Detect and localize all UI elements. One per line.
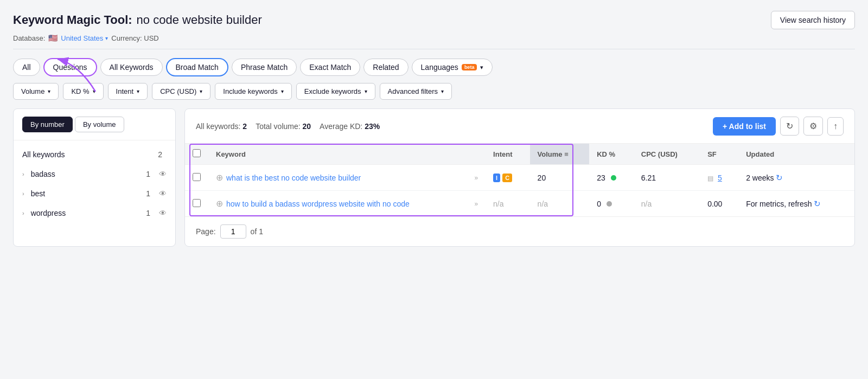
sidebar-item-best[interactable]: › best 1 👁: [14, 184, 175, 203]
filter-exclude-label: Exclude keywords: [304, 87, 361, 95]
arrow-right-icon: »: [474, 174, 478, 182]
kd-dot-gray: [607, 201, 612, 207]
sidebar-controls: By number By volume: [14, 109, 175, 140]
sidebar-best-count: 1: [146, 189, 150, 198]
row-checkbox-cell: [185, 191, 208, 217]
avg-kd-stat: Average KD: 23%: [320, 122, 380, 131]
row-2-checkbox[interactable]: [193, 199, 201, 207]
col-checkbox: [185, 144, 208, 165]
row-1-checkbox[interactable]: [193, 173, 201, 181]
page-label: Page:: [196, 227, 216, 236]
col-keyword: Keyword: [208, 144, 486, 165]
page-title-tool: Keyword Magic Tool:: [13, 13, 132, 27]
filter-volume-label: Volume: [21, 87, 44, 95]
row-1-sf: ▤ 5: [700, 165, 738, 191]
filter-volume[interactable]: Volume ▾: [13, 83, 59, 100]
select-all-checkbox[interactable]: [193, 149, 201, 157]
tabs-row: All Questions All Keywords Broad Match P…: [13, 58, 855, 76]
chevron-down-icon: ▾: [441, 88, 444, 94]
tab-related[interactable]: Related: [363, 59, 408, 76]
chevron-right-icon: ›: [22, 171, 24, 177]
page-input[interactable]: [220, 224, 246, 239]
sidebar-all-keywords-label: All keywords: [22, 150, 154, 159]
tab-exact-match[interactable]: Exact Match: [300, 59, 360, 76]
chevron-right-icon: ›: [22, 190, 24, 197]
of-label: of 1: [251, 227, 263, 236]
chevron-right-icon: ›: [22, 210, 24, 216]
add-circle-icon: ⊕: [216, 198, 223, 209]
sort-by-number-button[interactable]: By number: [22, 117, 73, 132]
filter-exclude[interactable]: Exclude keywords ▾: [296, 83, 375, 100]
tab-questions[interactable]: Questions: [43, 58, 97, 76]
col-updated: Updated: [738, 144, 854, 165]
country-selector[interactable]: United States ▾: [61, 34, 108, 42]
total-volume-stat: Total volume: 20: [256, 122, 311, 131]
page-title-query: no code website builder: [137, 13, 262, 27]
chevron-down-icon: ▾: [48, 88, 50, 94]
export-button[interactable]: ↑: [827, 117, 844, 136]
row-2-sf: 0.00: [700, 191, 738, 217]
keyword-2-link[interactable]: ⊕ how to build a badass wordpress websit…: [216, 198, 478, 209]
table-row: ⊕ what is the best no code website build…: [185, 165, 854, 191]
chevron-down-icon: ▾: [365, 88, 367, 94]
sidebar-item-all-keywords[interactable]: All keywords 2: [14, 145, 175, 164]
filter-include[interactable]: Include keywords ▾: [215, 83, 291, 100]
table-row: ⊕ how to build a badass wordpress websit…: [185, 191, 854, 217]
filter-advanced[interactable]: Advanced filters ▾: [380, 83, 452, 100]
settings-button[interactable]: ⚙: [803, 117, 823, 136]
sidebar-badass-label: badass: [31, 170, 142, 178]
filter-cpc[interactable]: CPC (USD) ▾: [152, 83, 210, 100]
col-sf: SF: [700, 144, 738, 165]
sort-by-volume-button[interactable]: By volume: [75, 117, 124, 132]
table-body-wrapper: Keyword Intent Volume ≡ KD % CPC (USD) S…: [185, 144, 854, 216]
row-checkbox-cell: [185, 165, 208, 191]
row-1-intent: I C: [486, 165, 530, 191]
view-history-button[interactable]: View search history: [771, 11, 855, 29]
kd-dot-green: [611, 175, 616, 181]
col-cpc: CPC (USD): [634, 144, 700, 165]
database-label: Database:: [13, 34, 45, 42]
sidebar-wordpress-label: wordpress: [31, 209, 142, 217]
filter-include-label: Include keywords: [223, 87, 277, 95]
left-sidebar: By number By volume All keywords 2 › bad…: [13, 108, 176, 247]
beta-badge: beta: [462, 64, 477, 70]
flag-icon: 🇺🇸: [48, 34, 58, 42]
chevron-down-icon: ▾: [137, 88, 139, 94]
col-kd: KD %: [589, 144, 634, 165]
keyword-2-text: how to build a badass wordpress website …: [226, 200, 471, 208]
filters-row: Volume ▾ KD % ▾ Intent ▾ CPC (USD) ▾ Inc…: [13, 83, 855, 100]
sidebar-list: All keywords 2 › badass 1 👁 › best 1 👁: [14, 140, 175, 227]
country-name: United States: [61, 34, 103, 42]
add-to-list-button[interactable]: + Add to list: [713, 117, 776, 136]
row-1-kd: 23: [589, 165, 634, 191]
currency-label: Currency: USD: [111, 34, 158, 42]
row-2-cpc: n/a: [634, 191, 700, 217]
filter-intent[interactable]: Intent ▾: [108, 83, 148, 100]
refresh-button[interactable]: ↻: [780, 117, 799, 136]
sidebar-item-wordpress[interactable]: › wordpress 1 👁: [14, 203, 175, 223]
table-header-bar: All keywords: 2 Total volume: 20 Average…: [185, 109, 854, 144]
filter-intent-label: Intent: [116, 87, 134, 95]
chevron-down-icon: ▾: [281, 88, 284, 94]
eye-icon[interactable]: 👁: [159, 170, 167, 178]
tab-all[interactable]: All: [13, 59, 40, 76]
sf-value[interactable]: 5: [718, 174, 722, 182]
row-2-keyword: ⊕ how to build a badass wordpress websit…: [208, 191, 486, 217]
refresh-icon[interactable]: ↻: [814, 199, 821, 208]
chevron-down-icon: ▾: [480, 64, 483, 71]
row-2-updated: For metrics, refresh ↻: [738, 191, 854, 217]
row-2-intent: n/a: [486, 191, 530, 217]
sidebar-item-badass[interactable]: › badass 1 👁: [14, 164, 175, 184]
tab-all-keywords[interactable]: All Keywords: [100, 59, 163, 76]
refresh-icon[interactable]: ↻: [776, 173, 783, 182]
tab-phrase-match[interactable]: Phrase Match: [232, 59, 297, 76]
sidebar-best-label: best: [31, 189, 142, 198]
tab-languages[interactable]: Languages beta ▾: [412, 59, 493, 76]
filter-advanced-label: Advanced filters: [388, 87, 438, 95]
tab-broad-match[interactable]: Broad Match: [166, 58, 228, 76]
row-1-cpc: 6.21: [634, 165, 700, 191]
keyword-1-link[interactable]: ⊕ what is the best no code website build…: [216, 172, 478, 183]
eye-icon[interactable]: 👁: [159, 189, 167, 198]
eye-icon[interactable]: 👁: [159, 209, 167, 217]
filter-kd[interactable]: KD % ▾: [63, 83, 103, 100]
